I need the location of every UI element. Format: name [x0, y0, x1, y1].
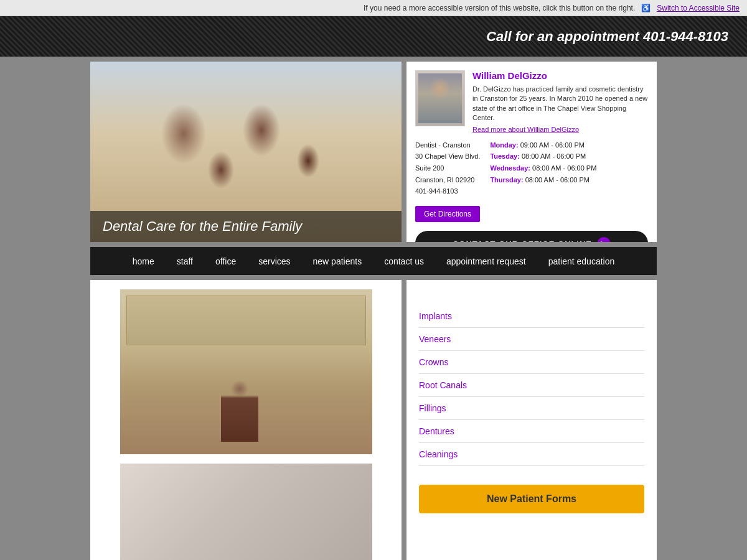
doctor-bio: Dr. DelGizzo has practiced family and co… [472, 85, 648, 123]
office-photo-reception [120, 289, 372, 454]
nav-bar: home staff office services new patients … [90, 247, 657, 275]
office-hours-table: Monday: 09:00 AM - 06:00 PM Tuesday: 08:… [490, 139, 596, 197]
nav-contact[interactable]: contact us [373, 247, 435, 275]
services-panel: Implants Veneers Crowns Root Canals Fill… [406, 280, 657, 560]
office-address: Dentist - Cranston 30 Chapel View Blvd. … [415, 139, 480, 197]
reception-bg [120, 289, 372, 454]
nav-staff[interactable]: staff [166, 247, 204, 275]
lower-wrapper: Implants Veneers Crowns Root Canals Fill… [0, 275, 747, 560]
hero-section: Dental Care for the Entire Family Willia… [90, 62, 657, 242]
service-crowns[interactable]: Crowns [419, 351, 644, 374]
exam-room-bg [120, 464, 372, 560]
hours-wednesday: Wednesday: 08:00 AM - 06:00 PM [490, 162, 596, 174]
nav-office[interactable]: office [204, 247, 247, 275]
nav-home[interactable]: home [121, 247, 166, 275]
accessibility-text: If you need a more accessible version of… [364, 4, 635, 12]
address-line1: Dentist - Cranston [415, 139, 480, 151]
doctor-name: William DelGizzo [472, 70, 648, 81]
office-hours-section: Dentist - Cranston 30 Chapel View Blvd. … [415, 139, 648, 197]
top-bar: If you need a more accessible version of… [0, 0, 747, 16]
service-dentures[interactable]: Dentures [419, 420, 644, 443]
hero-wrapper: Dental Care for the Entire Family Willia… [0, 57, 747, 247]
hours-thursday: Thursday: 08:00 AM - 06:00 PM [490, 174, 596, 186]
nav-appointment[interactable]: appointment request [435, 247, 537, 275]
contact-online-button[interactable]: CONTACT OUR OFFICE ONLINE ▶ [415, 231, 648, 242]
address-line2: 30 Chapel View Blvd. [415, 151, 480, 162]
doctor-profile: William DelGizzo Dr. DelGizzo has practi… [415, 70, 648, 133]
get-directions-button[interactable]: Get Directions [415, 206, 480, 222]
hero-image-panel: Dental Care for the Entire Family [90, 62, 402, 242]
wheelchair-icon: ♿ [641, 4, 651, 12]
new-patient-forms-button[interactable]: New Patient Forms [419, 485, 644, 513]
service-cleanings[interactable]: Cleanings [419, 443, 644, 466]
doctor-info-panel: William DelGizzo Dr. DelGizzo has practi… [406, 62, 657, 242]
service-veneers[interactable]: Veneers [419, 328, 644, 351]
service-implants[interactable]: Implants [419, 305, 644, 328]
service-fillings[interactable]: Fillings [419, 397, 644, 420]
address-line3: Suite 200 [415, 162, 480, 174]
receptionist-silhouette [221, 380, 258, 442]
office-images-panel [90, 280, 402, 560]
address-line4: Cranston, RI 02920 [415, 174, 480, 186]
accessible-link[interactable]: Switch to Accessible Site [657, 4, 740, 12]
hours-monday: Monday: 09:00 AM - 06:00 PM [490, 139, 596, 151]
doctor-photo-inner [418, 73, 462, 123]
header-bar: Call for an appointment 401-944-8103 [0, 16, 747, 57]
nav-new-patients[interactable]: new patients [302, 247, 374, 275]
address-phone: 401-944-8103 [415, 185, 480, 197]
service-root-canals[interactable]: Root Canals [419, 374, 644, 397]
hero-caption: Dental Care for the Entire Family [90, 211, 402, 242]
nav-patient-education[interactable]: patient education [537, 247, 626, 275]
arrow-icon: ▶ [597, 237, 611, 242]
hours-tuesday: Tuesday: 08:00 AM - 06:00 PM [490, 151, 596, 162]
doctor-bio-text: William DelGizzo Dr. DelGizzo has practi… [472, 70, 648, 133]
shelves [126, 296, 366, 345]
doctor-read-more-link[interactable]: Read more about William DelGizzo [472, 126, 648, 133]
nav-services[interactable]: services [247, 247, 301, 275]
call-text: Call for an appointment 401-944-8103 [486, 29, 728, 45]
contact-online-label: CONTACT OUR OFFICE ONLINE [453, 240, 592, 243]
doctor-photo [415, 70, 465, 126]
office-photo-exam [120, 464, 372, 560]
